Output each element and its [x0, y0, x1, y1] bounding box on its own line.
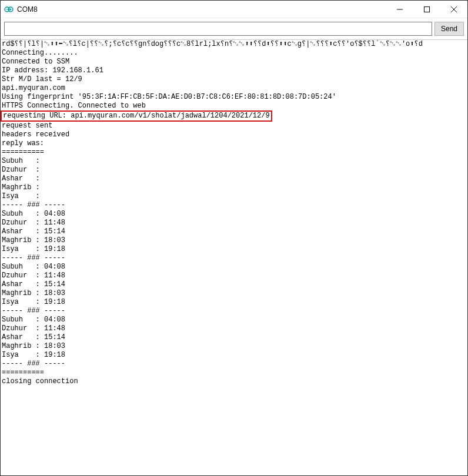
console-line: IP address: 192.168.1.61	[1, 66, 467, 75]
console-line: Maghrib :	[1, 183, 467, 192]
title-bar: COM8	[1, 1, 467, 18]
console-line: HTTPS Connecting. Connected to web	[1, 102, 467, 110]
console-line-highlighted: requesting URL: api.myquran.com/v1/shola…	[1, 110, 467, 122]
console-line: Dzuhur :	[1, 166, 467, 175]
console-line: Dzuhur : 11:48	[1, 271, 467, 280]
console-line: Ashar : 15:14	[1, 280, 467, 289]
close-button[interactable]	[440, 1, 467, 18]
minimize-button[interactable]	[386, 1, 413, 18]
serial-console[interactable]: rd$⸮⸮|⸮l⸮|␂⬆⬆⬅␂⸮l⸮c|⸮⸮␂⸮;⸮c⸮c⸮⸮gn⸮dog⸮⸮⸮…	[1, 40, 467, 386]
console-line: Subuh : 04:08	[1, 210, 467, 219]
serial-input[interactable]	[4, 22, 432, 36]
toolbar: Send	[1, 18, 467, 40]
svg-rect-2	[6, 9, 8, 9]
maximize-button[interactable]	[413, 1, 440, 18]
console-line: ==========	[1, 148, 467, 157]
console-line: Dzuhur : 11:48	[1, 219, 467, 227]
console-line: Isya : 19:18	[1, 351, 467, 360]
console-line: Using fingerprint '95:3F:1A:FF:CB:5F:DA:…	[1, 93, 467, 102]
console-line: Connected to SSM	[1, 58, 467, 66]
console-line: Maghrib : 18:03	[1, 236, 467, 245]
console-line: ----- ### -----	[1, 201, 467, 210]
console-line: Isya :	[1, 192, 467, 201]
console-line: closing connection	[1, 377, 467, 386]
console-line: Subuh : 04:08	[1, 316, 467, 324]
console-line: Subuh :	[1, 157, 467, 166]
console-line: Subuh : 04:08	[1, 263, 467, 271]
console-line: Ashar : 15:14	[1, 227, 467, 236]
console-line: request sent	[1, 122, 467, 130]
arduino-icon	[4, 5, 14, 14]
console-line: Dzuhur : 11:48	[1, 324, 467, 333]
console-line: Isya : 19:18	[1, 298, 467, 307]
console-line: ----- ### -----	[1, 307, 467, 316]
console-line: Ashar : 15:14	[1, 333, 467, 342]
console-line: Ashar :	[1, 175, 467, 183]
console-line: ----- ### -----	[1, 360, 467, 368]
console-line: ==========	[1, 368, 467, 377]
console-line: Isya : 19:18	[1, 245, 467, 254]
send-button[interactable]: Send	[434, 22, 464, 36]
svg-rect-4	[11, 8, 11, 11]
window-title: COM8	[17, 5, 38, 14]
console-line: Maghrib : 18:03	[1, 342, 467, 351]
svg-rect-6	[424, 6, 430, 12]
console-line: Str M/D last = 12/9	[1, 75, 467, 84]
console-line: headers received	[1, 130, 467, 139]
console-line: ----- ### -----	[1, 254, 467, 263]
console-line: Maghrib : 18:03	[1, 289, 467, 298]
console-line: api.myquran.com	[1, 84, 467, 93]
highlight-annotation: requesting URL: api.myquran.com/v1/shola…	[1, 110, 272, 122]
console-line: rd$⸮⸮|⸮l⸮|␂⬆⬆⬅␂⸮l⸮c|⸮⸮␂⸮;⸮c⸮c⸮⸮gn⸮dog⸮⸮⸮…	[1, 40, 467, 49]
console-line: reply was:	[1, 139, 467, 148]
console-line: Connecting........	[1, 49, 467, 58]
